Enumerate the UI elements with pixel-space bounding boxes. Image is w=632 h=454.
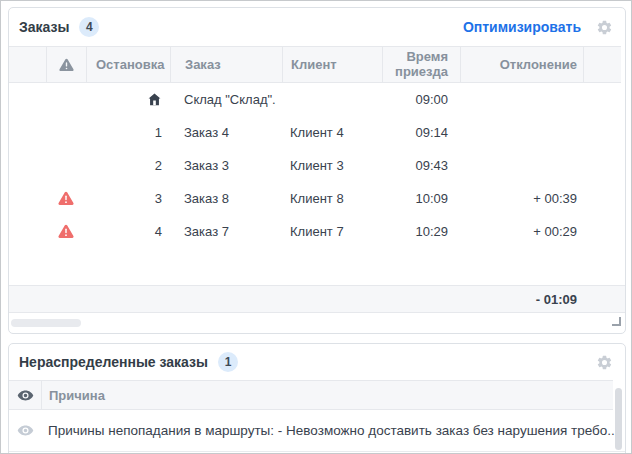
- gear-icon[interactable]: [596, 19, 613, 36]
- arrival-time: 10:09: [382, 191, 460, 206]
- client-name: Клиент 3: [282, 158, 382, 173]
- stop-number: 1: [86, 125, 170, 140]
- route-planning-screen: Заказы 4 Оптимизировать Остановка Заказ …: [0, 0, 632, 454]
- horizontal-scrollbar[interactable]: [11, 319, 81, 327]
- client-name: Клиент 8: [282, 191, 382, 206]
- stop-number: 3: [86, 191, 170, 206]
- deviation-value: + 00:29: [460, 224, 583, 239]
- order-name: Заказ 3: [170, 158, 282, 173]
- order-name: Заказ 8: [170, 191, 282, 206]
- column-header-stop: Остановка: [86, 47, 170, 82]
- orders-panel-title: Заказы: [19, 19, 69, 35]
- arrival-time: 09:14: [382, 125, 460, 140]
- warehouse-icon: [86, 92, 170, 107]
- order-name: Заказ 4: [170, 125, 282, 140]
- unassigned-panel-header: Нераспределенные заказы 1: [9, 344, 625, 380]
- scroll-zone: [9, 313, 625, 333]
- eye-icon[interactable]: [9, 422, 41, 439]
- unassigned-panel-actions: [581, 354, 613, 371]
- orders-table-header: Остановка Заказ Клиент Время приезда Отк…: [9, 46, 621, 83]
- orders-panel-header: Заказы 4 Оптимизировать: [9, 8, 625, 46]
- stop-number: 4: [86, 224, 170, 239]
- select-column-header: [9, 47, 46, 82]
- deviation-value: + 00:39: [460, 191, 583, 206]
- unassigned-panel-title: Нераспределенные заказы: [19, 354, 208, 370]
- order-row[interactable]: 2 Заказ 3 Клиент 3 09:43: [9, 149, 625, 182]
- eye-icon[interactable]: [9, 381, 41, 409]
- client-name: Клиент 4: [282, 125, 382, 140]
- unassigned-table-header: Причина: [9, 380, 613, 410]
- total-deviation: - 01:09: [460, 292, 583, 307]
- unassigned-title-group: Нераспределенные заказы 1: [19, 352, 238, 372]
- column-header-client: Клиент: [282, 47, 382, 82]
- arrival-time: 09:43: [382, 158, 460, 173]
- orders-title-group: Заказы 4: [19, 17, 99, 37]
- orders-panel-actions: Оптимизировать: [463, 19, 613, 36]
- orders-panel: Заказы 4 Оптимизировать Остановка Заказ …: [8, 7, 626, 334]
- orders-table-body: Склад "Склад". 09:00 1 Заказ 4 Клиент 4 …: [9, 83, 625, 248]
- depot-row[interactable]: Склад "Склад". 09:00: [9, 83, 625, 116]
- orders-count-badge: 4: [79, 17, 99, 37]
- stop-number: 2: [86, 158, 170, 173]
- orders-table-footer: - 01:09: [9, 285, 625, 313]
- arrival-time: 09:00: [382, 92, 460, 107]
- optimize-button[interactable]: Оптимизировать: [463, 19, 581, 35]
- order-row[interactable]: 3 Заказ 8 Клиент 8 10:09 + 00:39: [9, 182, 625, 215]
- client-name: Клиент 7: [282, 224, 382, 239]
- reason-text: Причины непопадания в маршруты: - Невозм…: [41, 423, 625, 438]
- unassigned-count-badge: 1: [218, 352, 238, 372]
- order-row[interactable]: 4 Заказ 7 Клиент 7 10:29 + 00:29: [9, 215, 625, 248]
- arrival-time: 10:29: [382, 224, 460, 239]
- unassigned-row[interactable]: Причины непопадания в маршруты: - Невозм…: [9, 410, 625, 452]
- column-header-arrival: Время приезда: [382, 47, 460, 82]
- warning-triangle-icon: [46, 47, 86, 82]
- empty-column-header: [583, 47, 621, 82]
- warning-triangle-icon[interactable]: [46, 191, 86, 206]
- column-header-deviation: Отклонение: [460, 47, 583, 82]
- column-header-order: Заказ: [170, 47, 282, 82]
- order-row[interactable]: 1 Заказ 4 Клиент 4 09:14: [9, 116, 625, 149]
- column-header-reason: Причина: [41, 381, 613, 409]
- vertical-scrollbar[interactable]: [615, 388, 622, 450]
- resize-handle-icon[interactable]: [612, 317, 621, 326]
- order-name: Заказ 7: [170, 224, 282, 239]
- gear-icon[interactable]: [596, 354, 613, 371]
- table-spacer: [9, 248, 625, 285]
- unassigned-orders-panel: Нераспределенные заказы 1 Причина Причин…: [8, 343, 626, 454]
- warning-triangle-icon[interactable]: [46, 224, 86, 239]
- depot-name: Склад "Склад".: [170, 92, 282, 107]
